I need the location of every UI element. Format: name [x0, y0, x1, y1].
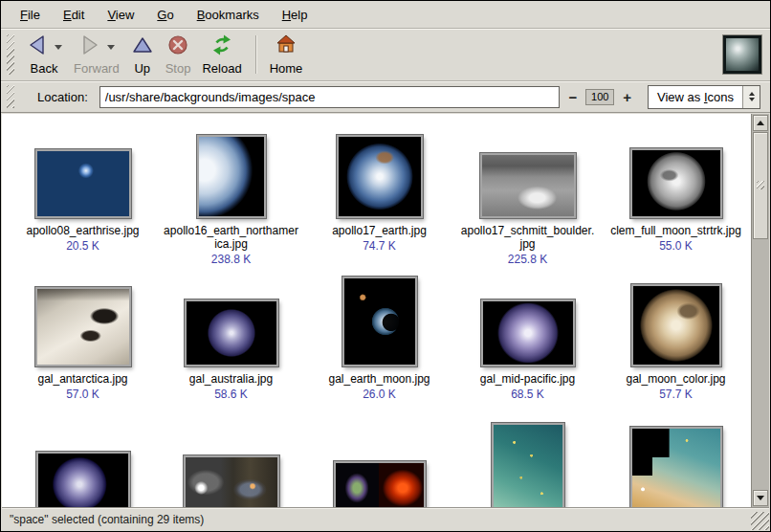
- file-thumbnail: [185, 299, 278, 366]
- toolbar-button-label: Up: [134, 61, 150, 76]
- file-size: 225.8 K: [508, 253, 547, 266]
- file-item[interactable]: [305, 419, 453, 507]
- menu-bar: FileEditViewGoBookmarksHelp: [1, 1, 770, 29]
- file-item[interactable]: apollo08_earthrise.jpg20.5 K: [9, 122, 157, 271]
- throbber-frame: [722, 34, 762, 75]
- toolbar: BackForwardUpStopReloadHome: [1, 29, 770, 81]
- location-bar: Location: − 100 + View as Icons: [1, 81, 770, 113]
- view-as-label: View as Icons: [649, 86, 742, 108]
- file-name: gal_mid-pacific.jpg: [480, 372, 575, 386]
- menu-item-view[interactable]: View: [96, 3, 145, 27]
- home-icon: [275, 33, 297, 60]
- zoom-in-button[interactable]: +: [620, 89, 634, 105]
- file-thumbnail: [35, 287, 131, 366]
- file-thumbnail: [337, 135, 423, 218]
- file-thumbnail: [342, 277, 417, 366]
- file-thumbnail: [184, 455, 279, 507]
- menu-item-help[interactable]: Help: [271, 3, 319, 27]
- vertical-scrollbar[interactable]: [751, 114, 769, 507]
- file-item[interactable]: apollo17_schmitt_boulder.jpg225.8 K: [453, 122, 602, 271]
- file-name: gal_earth_moon.jpg: [328, 372, 430, 386]
- icon-view: apollo08_earthrise.jpg20.5 Kapollo16_ear…: [2, 114, 751, 507]
- file-size: 55.0 K: [659, 239, 693, 253]
- status-bar: "space" selected (containing 29 items): [2, 507, 769, 530]
- file-name: gal_australia.jpg: [189, 372, 273, 386]
- scroll-thumb[interactable]: [753, 132, 768, 239]
- file-size: 74.7 K: [363, 239, 396, 253]
- up-icon: [131, 33, 154, 60]
- forward-button: Forward: [68, 33, 125, 78]
- arrow-down-icon: [757, 496, 764, 500]
- toolbar-button-label: Forward: [74, 61, 120, 76]
- file-thumbnail: [492, 423, 564, 507]
- location-bar-drag-handle[interactable]: [7, 85, 14, 108]
- toolbar-button-label: Back: [31, 61, 58, 76]
- arrow-up-icon: [757, 121, 764, 125]
- toolbar-button-label: Reload: [202, 61, 241, 76]
- zoom-level: 100: [585, 89, 614, 105]
- file-item[interactable]: [453, 419, 602, 507]
- file-thumbnail: [35, 149, 131, 218]
- up-button[interactable]: Up: [125, 33, 160, 78]
- menu-item-go[interactable]: Go: [145, 3, 185, 27]
- menu-item-file[interactable]: File: [9, 3, 52, 27]
- file-thumbnail: [334, 461, 426, 507]
- chevron-down-icon[interactable]: [107, 45, 115, 50]
- home-button[interactable]: Home: [264, 33, 309, 78]
- file-item[interactable]: gal_moon_color.jpg57.7 K: [602, 271, 750, 419]
- location-input[interactable]: [99, 86, 561, 108]
- toolbar-buttons: BackForwardUpStopReloadHome: [20, 33, 308, 78]
- file-name: apollo17_earth.jpg: [332, 224, 427, 237]
- file-size: 238.8 K: [211, 253, 251, 266]
- stop-button: Stop: [160, 33, 197, 78]
- file-item[interactable]: clem_full_moon_strtrk.jpg55.0 K: [602, 122, 750, 271]
- reload-button[interactable]: Reload: [196, 33, 247, 78]
- toolbar-button-label: Stop: [165, 61, 191, 76]
- file-name: apollo08_earthrise.jpg: [26, 224, 139, 237]
- file-thumbnail: [481, 299, 575, 366]
- location-label: Location:: [37, 90, 88, 104]
- view-as-dropdown[interactable]: View as Icons: [648, 85, 760, 109]
- toolbar-separator: [255, 35, 256, 74]
- file-size: 20.5 K: [66, 239, 99, 253]
- file-name: apollo17_schmitt_boulder.jpg: [460, 224, 596, 251]
- menu-item-edit[interactable]: Edit: [52, 3, 96, 27]
- file-thumbnail: [480, 153, 576, 218]
- file-thumbnail: [197, 135, 266, 218]
- file-thumbnail: [630, 427, 722, 507]
- file-thumbnail: [630, 148, 722, 218]
- reload-icon: [210, 33, 233, 60]
- file-grid: apollo08_earthrise.jpg20.5 Kapollo16_ear…: [2, 114, 751, 507]
- file-item[interactable]: [602, 419, 750, 507]
- toolbar-button-label: Home: [270, 61, 303, 76]
- file-name: clem_full_moon_strtrk.jpg: [610, 224, 741, 237]
- file-manager-window: FileEditViewGoBookmarksHelp BackForwardU…: [0, 0, 771, 532]
- file-item[interactable]: apollo16_earth_northamerica.jpg238.8 K: [157, 122, 305, 271]
- status-text: "space" selected (containing 29 items): [10, 513, 204, 526]
- file-size: 57.0 K: [66, 388, 99, 401]
- file-name: gal_antarctica.jpg: [37, 372, 127, 386]
- file-item[interactable]: gal_antarctica.jpg57.0 K: [9, 271, 157, 419]
- file-size: 68.5 K: [511, 388, 544, 401]
- toolbar-drag-handle[interactable]: [7, 34, 14, 75]
- chevron-down-icon[interactable]: [742, 86, 760, 108]
- throbber-icon: [723, 35, 761, 74]
- resize-grip[interactable]: [751, 512, 769, 530]
- back-button[interactable]: Back: [20, 33, 68, 78]
- file-item[interactable]: gal_australia.jpg58.6 K: [157, 271, 305, 419]
- scroll-down-button[interactable]: [753, 490, 768, 506]
- back-icon: [26, 33, 49, 60]
- file-item[interactable]: gal_earth_moon.jpg26.0 K: [305, 271, 453, 419]
- file-item[interactable]: gal_mid-pacific.jpg68.5 K: [453, 271, 602, 419]
- file-name: gal_moon_color.jpg: [626, 372, 725, 386]
- file-size: 57.7 K: [659, 388, 693, 401]
- file-item[interactable]: apollo17_earth.jpg74.7 K: [305, 122, 453, 271]
- scroll-up-button[interactable]: [753, 115, 768, 131]
- file-item[interactable]: [9, 419, 157, 507]
- chevron-down-icon[interactable]: [55, 45, 62, 50]
- stop-icon: [166, 33, 189, 60]
- menu-item-bookmarks[interactable]: Bookmarks: [186, 3, 271, 27]
- file-name: apollo16_earth_northamerica.jpg: [164, 224, 299, 251]
- file-item[interactable]: [157, 419, 305, 507]
- zoom-out-button[interactable]: −: [565, 89, 580, 105]
